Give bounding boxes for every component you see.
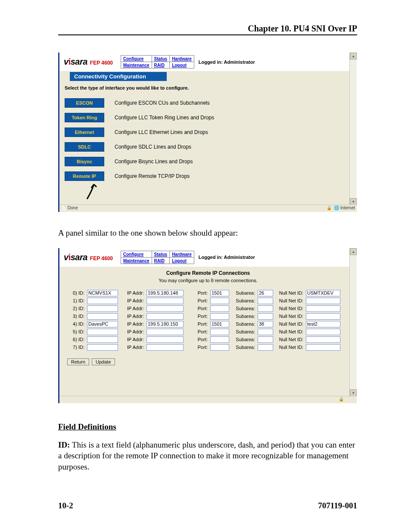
connectivity-button-escon[interactable]: ESCON	[65, 98, 104, 108]
nav-raid[interactable]: RAID	[154, 258, 165, 263]
input-null-net-id[interactable]	[306, 290, 340, 296]
nav-raid[interactable]: RAID	[154, 63, 165, 68]
connectivity-button-remote-ip[interactable]: Remote IP	[65, 171, 104, 181]
brand-model: FEP 4600	[90, 255, 113, 261]
input-subarea[interactable]	[258, 298, 273, 304]
brand: visara FEP 4600	[64, 57, 113, 67]
input-null-net-id[interactable]	[306, 298, 340, 304]
input-id[interactable]	[87, 329, 118, 335]
connectivity-button-ethernet[interactable]: Ethernet	[65, 128, 104, 137]
scrollbar[interactable]: ▴ ▾	[349, 248, 357, 403]
input-port[interactable]	[210, 344, 229, 351]
label-subarea: Subarea:	[232, 321, 255, 327]
nav-status[interactable]: Status	[154, 252, 168, 257]
input-subarea[interactable]	[258, 305, 273, 312]
input-id[interactable]	[87, 321, 118, 327]
input-subarea[interactable]	[258, 313, 273, 320]
field-definitions-heading: Field Definitions	[58, 422, 357, 432]
input-ip[interactable]	[146, 344, 184, 351]
screenshot-connectivity: ▴ ▾ visara FEP 4600 Configure Status Har…	[58, 53, 357, 212]
page-number: 10-2	[58, 501, 73, 510]
input-port[interactable]	[210, 336, 229, 343]
panel-subtitle: You may configure up to 8 remote connect…	[59, 278, 357, 283]
input-port[interactable]	[210, 290, 229, 296]
connectivity-button-sdlc[interactable]: SDLC	[65, 142, 104, 152]
scroll-up-icon[interactable]: ▴	[350, 53, 357, 59]
input-null-net-id[interactable]	[306, 344, 340, 351]
label-null-net-id: Null Net ID:	[276, 329, 303, 334]
input-null-net-id[interactable]	[306, 329, 340, 335]
nav-hardware[interactable]: Hardware	[172, 252, 192, 257]
input-null-net-id[interactable]	[306, 336, 340, 343]
nav-status[interactable]: Status	[154, 56, 168, 61]
input-id[interactable]	[87, 298, 118, 304]
panel-title: Connectivity Configuration	[70, 72, 167, 81]
label-ip: IP Addr:	[121, 321, 144, 327]
input-subarea[interactable]	[258, 290, 273, 296]
input-ip[interactable]	[146, 298, 184, 304]
nav-menu: Configure Status Hardware Maintenance RA…	[121, 251, 194, 264]
lock-icon: 🔒	[339, 397, 344, 401]
input-id[interactable]	[87, 344, 118, 351]
connectivity-row: ESCONConfigure ESCON CUs and Subchannels	[65, 98, 357, 108]
input-port[interactable]	[210, 329, 229, 335]
input-ip[interactable]	[146, 290, 184, 296]
label-port: Port:	[189, 321, 208, 327]
scroll-down-icon[interactable]: ▾	[350, 198, 357, 205]
input-id[interactable]	[87, 336, 118, 343]
app-topbar: visara FEP 4600 Configure Status Hardwar…	[59, 248, 357, 267]
label-port: Port:	[189, 345, 208, 350]
input-port[interactable]	[210, 313, 229, 320]
connectivity-row: BisyncConfigure Bisync Lines and Drops	[65, 157, 357, 166]
input-ip[interactable]	[146, 313, 184, 320]
input-null-net-id[interactable]	[306, 321, 340, 327]
return-button[interactable]: Return	[67, 358, 89, 365]
nav-configure[interactable]: Configure	[123, 252, 143, 257]
nav-menu: Configure Status Hardware Maintenance RA…	[121, 55, 194, 68]
nav-configure[interactable]: Configure	[123, 56, 143, 61]
app-topbar: visara FEP 4600 Configure Status Hardwar…	[59, 53, 357, 71]
status-bar: Done 🔒 🌐 Internet	[59, 205, 357, 212]
input-id[interactable]	[87, 313, 118, 320]
update-button[interactable]: Update	[92, 358, 115, 365]
nav-maintenance[interactable]: Maintenance	[123, 258, 149, 263]
connectivity-button-token-ring[interactable]: Token Ring	[65, 113, 104, 122]
nav-maintenance[interactable]: Maintenance	[123, 63, 149, 68]
label-id: 6) ID:	[67, 337, 84, 342]
input-port[interactable]	[210, 321, 229, 327]
scroll-down-icon[interactable]: ▾	[350, 389, 357, 396]
input-id[interactable]	[87, 305, 118, 312]
remote-ip-row: 1) ID:IP Addr:Port:Subarea:Null Net ID:	[67, 298, 349, 304]
input-subarea[interactable]	[258, 344, 273, 351]
nav-logout[interactable]: Logout	[172, 258, 187, 263]
input-ip[interactable]	[146, 321, 184, 327]
nav-logout[interactable]: Logout	[172, 63, 187, 68]
input-null-net-id[interactable]	[306, 305, 340, 312]
label-subarea: Subarea:	[232, 337, 255, 342]
label-id: 1) ID:	[67, 298, 84, 303]
scroll-up-icon[interactable]: ▴	[350, 248, 357, 255]
input-ip[interactable]	[146, 329, 184, 335]
document-number: 707119-001	[318, 501, 357, 510]
input-port[interactable]	[210, 305, 229, 312]
input-null-net-id[interactable]	[306, 313, 340, 320]
remote-ip-row: 3) ID:IP Addr:Port:Subarea:Null Net ID:	[67, 313, 349, 320]
input-ip[interactable]	[146, 305, 184, 312]
remote-ip-row: 0) ID:IP Addr:Port:Subarea:Null Net ID:	[67, 290, 349, 296]
nav-hardware[interactable]: Hardware	[172, 56, 192, 61]
scrollbar[interactable]: ▴ ▾	[349, 53, 357, 212]
remote-ip-row: 4) ID:IP Addr:Port:Subarea:Null Net ID:	[67, 321, 349, 327]
input-subarea[interactable]	[258, 321, 273, 327]
chapter-header: Chapter 10. PU4 SNI Over IP	[58, 24, 357, 35]
input-subarea[interactable]	[258, 336, 273, 343]
label-id: 4) ID:	[67, 321, 84, 327]
input-id[interactable]	[87, 290, 118, 296]
label-subarea: Subarea:	[232, 329, 255, 334]
input-port[interactable]	[210, 298, 229, 304]
label-port: Port:	[189, 329, 208, 334]
label-ip: IP Addr:	[121, 345, 144, 350]
input-ip[interactable]	[146, 336, 184, 343]
connectivity-button-bisync[interactable]: Bisync	[65, 157, 104, 166]
connectivity-desc: Configure Bisync Lines and Drops	[115, 159, 193, 165]
input-subarea[interactable]	[258, 329, 273, 335]
